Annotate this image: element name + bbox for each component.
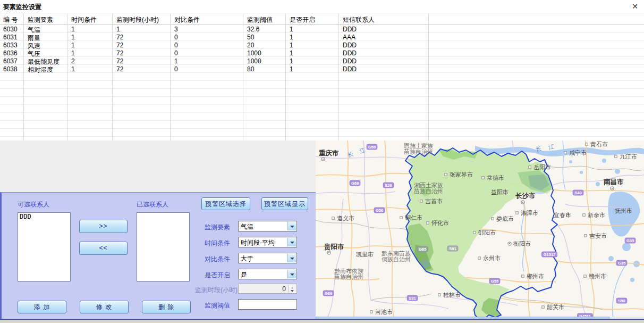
table-cell: 32.6 [243,26,285,33]
warning-region-show-button[interactable]: 预警区域显示 [261,197,308,210]
combo-3[interactable]: 大于 [238,253,297,263]
table-cell: DDD [338,57,428,65]
table-cell: 1 [67,26,112,33]
move-right-button[interactable]: >> [79,220,128,233]
city-marker [445,173,447,176]
combo-1[interactable]: 气温 [238,221,297,231]
chevron-down-icon[interactable] [287,222,296,230]
table-gridline [428,14,429,140]
table-row [0,105,644,113]
table-cell: 1 [285,34,338,41]
table-gridline [170,14,171,140]
road-badge-label: G65 [419,247,426,252]
table-header-cell[interactable]: 短信联系人 [338,15,428,24]
city-label: 咸宁市 [569,150,587,156]
threshold-label: 监测阈值 [205,301,230,310]
empty-gray-area [0,140,316,192]
table-cell: 6036 [0,49,23,57]
table-cell: 6030 [0,26,23,33]
table-row[interactable]: 6038相对湿度1720801DDD [0,65,644,73]
city-label: 邵阳市 [478,229,496,236]
road-badge-label: G69 [351,181,359,186]
table-row[interactable]: 6031雨量1720501AAA [0,33,644,41]
table-cell: 1 [285,49,338,57]
city-label: 张家界市 [450,171,473,178]
field-label: 时间条件 [205,239,230,248]
monitoring-rules-table[interactable]: 编 号监测要素时间条件监测时段(小时)对比条件监测阈值是否开启短信联系人 603… [0,14,644,140]
city-label: 新余市 [588,212,605,218]
spinner-down-icon[interactable] [289,288,296,293]
add-button[interactable]: 添 加 [18,301,66,313]
table-header-cell[interactable]: 对比条件 [170,15,243,24]
chevron-down-icon[interactable] [287,238,296,246]
table-header-cell[interactable]: 编 号 [0,15,23,24]
table-row[interactable]: 6033风速1720201DDD [0,41,644,49]
table-cell: 1 [67,34,112,41]
capital-marker-dot [509,243,510,244]
table-cell: 1000 [243,57,285,65]
prefecture-label: 苗族自治州 [334,274,363,280]
table-cell: 6037 [0,57,23,65]
move-left-button[interactable]: << [79,242,128,255]
combo-2[interactable]: 时间段-平均 [238,237,297,247]
chevron-down-icon[interactable] [287,254,296,262]
modify-button[interactable]: 修 改 [80,301,129,313]
close-icon[interactable]: ✕ [630,2,640,11]
combo-value: 时间段-平均 [241,238,275,247]
warning-region-map[interactable]: 重庆市遵义市贵阳市凯里市河池市桂林市铜仁市吉首市怀化市张家界市常德市益阳市岳阳市… [316,140,644,320]
city-label: 吉安市 [589,233,607,239]
delete-button[interactable]: 删 除 [142,301,191,313]
road-badge-label: G50 [368,145,376,150]
table-header-cell[interactable]: 是否开启 [285,15,338,24]
city-label: 贵阳市 [324,243,344,251]
road-badge-label: G1517 [544,252,556,257]
city-marker [586,143,588,145]
table-header-cell[interactable]: 时间条件 [67,15,112,24]
table-gridline [243,14,243,140]
table-gridline [23,14,24,140]
city-label: 桂林市 [443,292,461,298]
threshold-input[interactable] [238,299,297,310]
table-row[interactable]: 6030气温11332.61DDD [0,25,644,33]
city-label: 益阳市 [491,189,509,195]
city-marker [482,177,484,179]
capital-marker-dot [612,188,613,189]
city-marker [615,155,617,158]
city-marker [542,306,544,308]
capital-marker-dot [522,202,523,203]
combo-4[interactable]: 是 [238,269,297,279]
city-label: 铜仁市 [405,214,422,221]
table-header-cell[interactable]: 监测要素 [23,15,67,24]
selected-contacts-listbox[interactable] [137,212,190,281]
city-label: 凯里市 [356,251,374,258]
city-marker [427,222,429,224]
city-marker [400,217,402,219]
city-label: 常德市 [487,175,504,181]
available-contacts-listbox[interactable]: DDD [18,212,71,281]
city-label: 湘潭市 [521,210,538,216]
table-row[interactable]: 6037最低能见度272110001DDD [0,57,644,65]
list-item[interactable]: DDD [18,213,70,220]
prefecture-label: 苗族自治州 [413,188,443,194]
city-marker [584,275,586,277]
period-spinner[interactable]: 0 [238,284,297,294]
window-title: 要素监控设置 [3,3,41,12]
table-gridline [338,14,339,140]
road-badge-label: S26 [385,183,392,188]
road-badge-label: G35 [618,261,625,266]
table-header-cell[interactable]: 监测阈值 [243,15,285,24]
city-marker [370,311,372,313]
table-row[interactable]: 6036气压172010001DDD [0,49,644,57]
city-label: 抚州市 [614,208,632,214]
table-cell: 72 [112,42,170,49]
element-monitoring-settings-window: 要素监控设置 ✕ 编 号监测要素时间条件监测时段(小时)对比条件监测阈值是否开启… [0,0,644,323]
table-cell: 1 [285,65,338,73]
table-gridline [285,14,286,140]
field-label: 是否开启 [205,271,230,280]
table-row [0,137,644,140]
table-cell: DDD [338,26,428,33]
table-header-cell[interactable]: 监测时段(小时) [112,15,170,24]
chevron-down-icon[interactable] [287,270,296,278]
warning-region-select-button[interactable]: 预警区域选择 [201,197,250,210]
table-gridline [67,14,67,140]
